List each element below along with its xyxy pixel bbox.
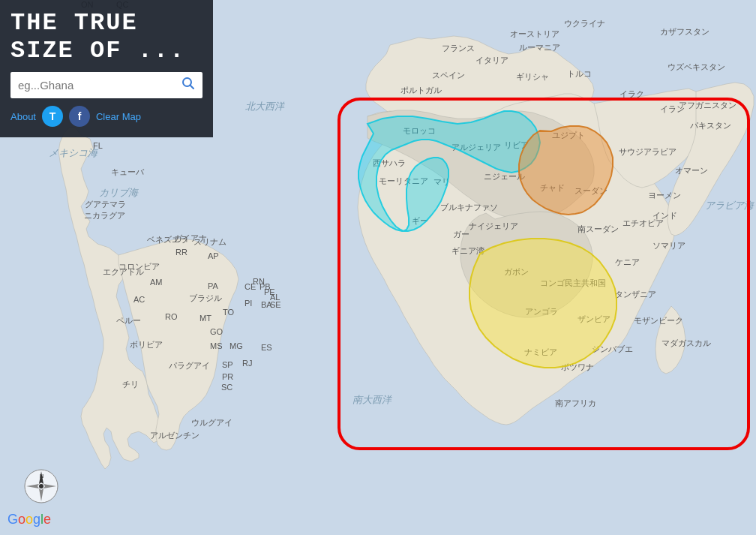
- about-link[interactable]: About: [10, 111, 36, 122]
- search-input[interactable]: [10, 73, 174, 98]
- search-bar: [10, 72, 202, 98]
- svg-text:N: N: [40, 473, 44, 479]
- top-panel: THE TRUE SIZE OF ... About T f Clear Map: [0, 0, 213, 137]
- svg-point-8: [39, 484, 44, 488]
- search-button[interactable]: [174, 72, 202, 98]
- nav-bar: About T f Clear Map: [10, 106, 202, 127]
- compass: N: [22, 467, 60, 505]
- facebook-button[interactable]: f: [69, 106, 90, 127]
- svg-line-2: [190, 86, 194, 89]
- twitter-button[interactable]: T: [42, 106, 63, 127]
- map-container: 北大西洋 南大西洋 メキシコ海 カリブ海 アラビア海 モロッコアルジェリアリビア…: [0, 0, 756, 535]
- app-title: THE TRUE SIZE OF ...: [10, 9, 202, 65]
- google-logo: Google: [8, 512, 51, 527]
- clear-map-link[interactable]: Clear Map: [96, 111, 141, 122]
